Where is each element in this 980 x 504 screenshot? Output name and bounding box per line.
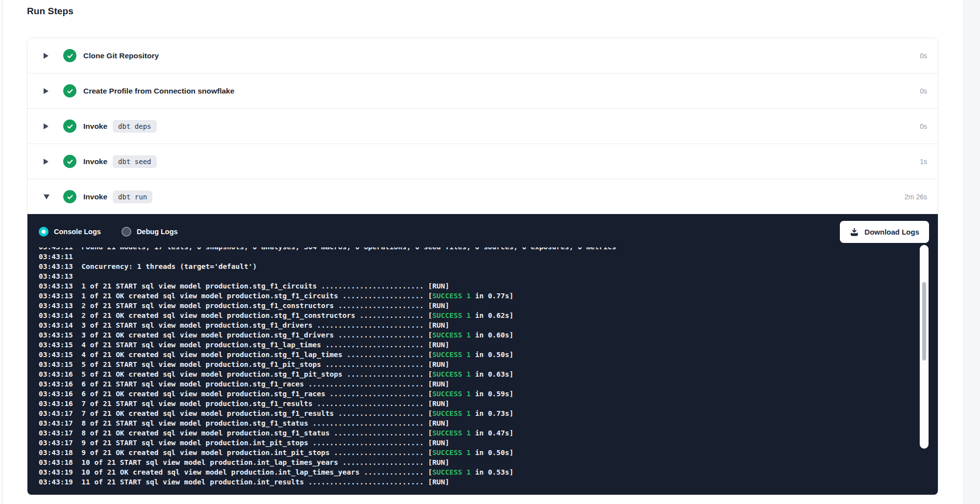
caret-triangle [44, 53, 49, 59]
log-line: 03:43:16 6 of 21 OK created sql view mod… [39, 389, 938, 399]
success-check-icon [63, 84, 76, 97]
log-line: 03:43:19 11 of 21 START sql view model p… [39, 477, 938, 487]
log-line: 03:43:13 1 of 21 OK created sql view mod… [39, 291, 938, 301]
log-line: 03:43:18 9 of 21 OK created sql view mod… [39, 448, 938, 457]
step-row[interactable]: Clone Git Repository0s [27, 38, 938, 73]
log-type-radio-group: Console LogsDebug Logs [39, 227, 178, 237]
step-row[interactable]: Invokedbt seed1s [27, 144, 938, 179]
step-command-badge: dbt seed [113, 155, 156, 168]
success-check-icon [63, 120, 76, 133]
log-line: 03:43:17 8 of 21 START sql view model pr… [39, 418, 938, 428]
log-line: 03:43:16 5 of 21 OK created sql view mod… [39, 369, 938, 379]
console-log-output[interactable]: 03:43:11 Found 21 models, 17 tests, 0 sn… [27, 247, 938, 495]
step-label: Create Profile from Connection snowflake [83, 87, 234, 96]
page-title: Run Steps [27, 6, 74, 17]
caret-triangle [44, 159, 49, 165]
step-label: Invoke [83, 157, 107, 166]
right-gutter [963, 0, 980, 504]
log-line: 03:43:13 Concurrency: 1 threads (target=… [39, 262, 938, 271]
step-duration: 0s [920, 52, 938, 60]
log-line: 03:43:13 [39, 271, 938, 281]
log-line: 03:43:16 7 of 21 START sql view model pr… [39, 399, 938, 408]
log-line: 03:43:15 3 of 21 OK created sql view mod… [39, 330, 938, 340]
log-tab-label: Debug Logs [137, 228, 178, 236]
log-line: 03:43:18 10 of 21 START sql view model p… [39, 457, 938, 467]
log-success-token: SUCCESS 1 [432, 312, 471, 319]
step-duration: 0s [920, 122, 938, 130]
caret-triangle [44, 123, 49, 129]
step-row[interactable]: Create Profile from Connection snowflake… [27, 73, 938, 109]
log-success-token: SUCCESS 1 [432, 468, 471, 476]
collapse-caret-icon[interactable] [44, 194, 50, 199]
success-check-icon [63, 190, 76, 203]
log-tab-label: Console Logs [54, 228, 101, 236]
log-success-token: SUCCESS 1 [432, 429, 471, 437]
run-steps-card: Clone Git Repository0sCreate Profile fro… [27, 38, 938, 495]
log-success-token: SUCCESS 1 [432, 409, 471, 417]
log-line: 03:43:17 8 of 21 OK created sql view mod… [39, 428, 938, 438]
success-check-icon [63, 49, 76, 62]
log-line: 03:43:13 1 of 21 START sql view model pr… [39, 281, 938, 291]
expand-caret-icon[interactable] [44, 53, 50, 59]
log-line: 03:43:14 3 of 21 START sql view model pr… [39, 320, 938, 330]
expand-caret-icon[interactable] [44, 123, 50, 129]
step-row[interactable]: Invokedbt run2m 26s [27, 179, 938, 214]
step-duration: 0s [920, 87, 938, 95]
run-detail-page: Run Steps Clone Git Repository0sCreate P… [0, 0, 980, 504]
log-line: 03:43:16 6 of 21 START sql view model pr… [39, 379, 938, 389]
radio-icon [39, 227, 49, 237]
radio-icon [122, 227, 131, 237]
console-scrollbar-track[interactable] [920, 245, 929, 449]
log-line: 03:43:17 7 of 21 OK created sql view mod… [39, 408, 938, 418]
log-success-token: SUCCESS 1 [432, 370, 471, 378]
radio-dot [42, 230, 46, 234]
step-command-badge: dbt run [113, 191, 152, 203]
log-line: 03:43:11 [39, 252, 938, 262]
log-line: 03:43:15 4 of 21 OK created sql view mod… [39, 350, 938, 360]
step-duration: 2m 26s [905, 193, 938, 201]
console-header: Console LogsDebug Logs Download Logs [27, 214, 938, 247]
log-line: 03:43:17 9 of 21 START sql view model pr… [39, 438, 938, 448]
log-tab-debug-logs[interactable]: Debug Logs [122, 227, 178, 237]
success-check-icon [63, 155, 76, 168]
step-command-badge: dbt deps [113, 120, 156, 133]
download-icon [850, 227, 859, 237]
caret-triangle [44, 88, 49, 94]
log-success-token: SUCCESS 1 [432, 351, 471, 359]
log-success-token: SUCCESS 1 [432, 449, 471, 456]
step-label: Clone Git Repository [83, 51, 159, 60]
download-logs-button[interactable]: Download Logs [840, 221, 929, 243]
step-label: Invoke [83, 192, 107, 201]
download-logs-label: Download Logs [864, 228, 919, 236]
log-success-token: SUCCESS 1 [432, 292, 471, 300]
log-line: 03:43:11 Found 21 models, 17 tests, 0 sn… [39, 247, 938, 252]
step-duration: 1s [920, 158, 938, 166]
expand-caret-icon[interactable] [44, 159, 50, 165]
caret-triangle [44, 194, 49, 199]
step-label: Invoke [83, 122, 107, 131]
expand-caret-icon[interactable] [44, 88, 50, 94]
log-line: 03:43:19 10 of 21 OK created sql view mo… [39, 467, 938, 477]
run-steps-list: Clone Git Repository0sCreate Profile fro… [27, 38, 938, 214]
log-line: 03:43:13 2 of 21 START sql view model pr… [39, 301, 938, 311]
console-panel: Console LogsDebug Logs Download Logs 03:… [27, 214, 938, 495]
log-line: 03:43:15 4 of 21 START sql view model pr… [39, 340, 938, 350]
log-line: 03:43:14 2 of 21 OK created sql view mod… [39, 311, 938, 320]
log-success-token: SUCCESS 1 [432, 331, 471, 339]
page-left-edge [1, 0, 2, 504]
step-row[interactable]: Invokedbt deps0s [27, 109, 938, 144]
log-line: 03:43:15 5 of 21 START sql view model pr… [39, 360, 938, 369]
log-success-token: SUCCESS 1 [432, 390, 471, 398]
console-scrollbar-thumb[interactable] [922, 282, 926, 360]
log-tab-console-logs[interactable]: Console Logs [39, 227, 101, 237]
